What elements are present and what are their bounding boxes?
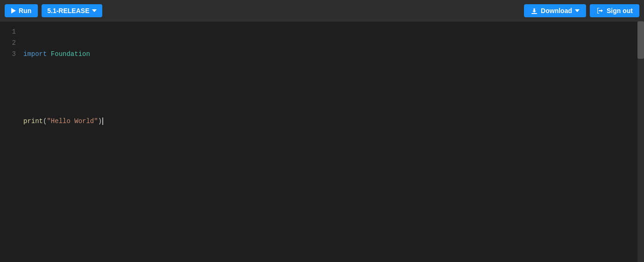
editor-area[interactable]: 1 2 3 import Foundation print ( "Hello W…: [0, 21, 644, 262]
signout-icon: [596, 7, 604, 14]
code-space: [47, 48, 50, 60]
type-foundation: Foundation: [51, 48, 90, 60]
toolbar: Run 5.1-RELEASE Download Sign out: [0, 0, 644, 21]
string-hello-world: "Hello World": [47, 116, 98, 127]
code-line-2: [23, 82, 644, 93]
line-numbers: 1 2 3: [0, 21, 23, 262]
code-line-1: import Foundation: [23, 48, 644, 60]
function-print: print: [23, 116, 43, 127]
version-label: 5.1-RELEASE: [47, 7, 89, 14]
run-button[interactable]: Run: [5, 4, 38, 17]
run-label: Run: [19, 7, 31, 14]
code-content[interactable]: import Foundation print ( "Hello World" …: [23, 21, 644, 262]
signout-label: Sign out: [607, 7, 633, 14]
paren-close: ): [98, 116, 102, 127]
svg-rect-0: [531, 13, 537, 14]
line-number-1: 1: [5, 26, 16, 37]
scrollbar-thumb[interactable]: [637, 21, 644, 59]
download-chevron-icon: [575, 9, 580, 12]
line-number-3: 3: [5, 48, 16, 60]
keyword-import: import: [23, 48, 47, 60]
chevron-down-icon: [92, 9, 97, 12]
play-icon: [11, 8, 16, 14]
download-icon: [531, 7, 538, 14]
signout-button[interactable]: Sign out: [590, 4, 639, 17]
line-number-2: 2: [5, 37, 16, 48]
scrollbar[interactable]: [637, 21, 644, 262]
paren-open: (: [43, 116, 47, 127]
download-label: Download: [541, 7, 572, 14]
download-button[interactable]: Download: [524, 4, 586, 17]
text-cursor: [102, 117, 103, 125]
version-button[interactable]: 5.1-RELEASE: [42, 4, 102, 17]
code-line-3: print ( "Hello World" ): [23, 116, 644, 127]
